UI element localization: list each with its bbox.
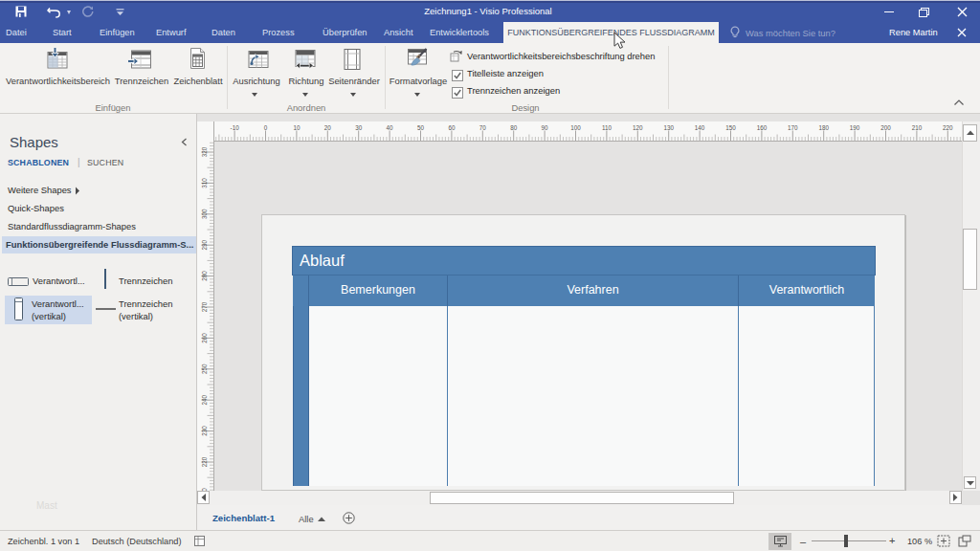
svg-text:50: 50 <box>417 124 425 131</box>
svg-text:160: 160 <box>757 124 768 131</box>
svg-text:90: 90 <box>542 124 549 131</box>
svg-text:290: 290 <box>201 239 208 250</box>
svg-text:210: 210 <box>912 124 923 131</box>
svg-text:120: 120 <box>633 124 643 131</box>
svg-text:260: 260 <box>201 333 208 343</box>
svg-text:100: 100 <box>570 124 581 131</box>
svg-text:220: 220 <box>201 456 208 467</box>
svg-text:20: 20 <box>324 124 332 131</box>
svg-text:70: 70 <box>479 124 487 131</box>
svg-text:320: 320 <box>201 146 208 157</box>
svg-text:240: 240 <box>201 394 208 405</box>
svg-text:310: 310 <box>201 178 208 188</box>
svg-text:270: 270 <box>201 301 208 312</box>
svg-text:110: 110 <box>602 124 612 131</box>
svg-text:190: 190 <box>850 124 860 131</box>
svg-text:250: 250 <box>201 364 208 374</box>
svg-text:280: 280 <box>201 271 208 281</box>
svg-text:170: 170 <box>788 124 798 131</box>
svg-text:230: 230 <box>201 426 208 436</box>
svg-text:140: 140 <box>695 124 705 131</box>
svg-text:40: 40 <box>387 124 394 131</box>
svg-text:-10: -10 <box>231 124 240 131</box>
svg-text:0: 0 <box>264 124 268 131</box>
svg-text:200: 200 <box>880 124 891 131</box>
svg-text:10: 10 <box>293 124 301 131</box>
svg-text:220: 220 <box>943 124 953 131</box>
svg-text:130: 130 <box>663 124 674 131</box>
svg-text:300: 300 <box>201 209 208 219</box>
svg-text:60: 60 <box>448 124 456 131</box>
svg-text:80: 80 <box>510 124 518 131</box>
svg-text:150: 150 <box>725 124 736 131</box>
svg-text:30: 30 <box>355 124 363 131</box>
svg-text:180: 180 <box>818 124 829 131</box>
